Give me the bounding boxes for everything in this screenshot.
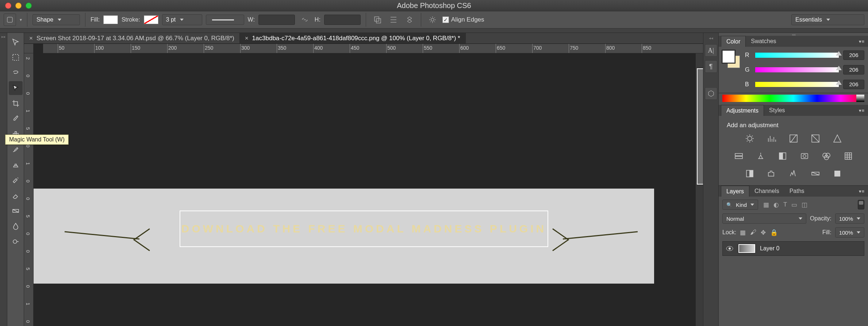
- vertical-ruler[interactable]: 2001501005005010: [24, 53, 34, 326]
- eyedropper-tool[interactable]: [9, 112, 23, 126]
- marquee-tool[interactable]: [9, 50, 23, 64]
- r-slider[interactable]: [755, 53, 839, 58]
- r-value[interactable]: 206: [843, 50, 864, 60]
- horizontal-ruler[interactable]: 5010015020025030035040045050055060065070…: [43, 44, 703, 53]
- canvas-viewport[interactable]: DOWNLOAD THE FREE MODAL MADNESS PLUGIN: [34, 53, 703, 326]
- path-arrange-button[interactable]: [403, 14, 416, 26]
- color-balance-icon[interactable]: [755, 151, 767, 161]
- ruler-origin[interactable]: [24, 44, 34, 53]
- tab-layers[interactable]: Layers: [721, 186, 749, 197]
- blur-tool[interactable]: [9, 219, 23, 233]
- threshold-icon[interactable]: [788, 168, 799, 179]
- filter-toggle[interactable]: [858, 200, 864, 209]
- fill-swatch[interactable]: [103, 15, 118, 24]
- 3d-panel-icon[interactable]: [705, 87, 717, 100]
- b-slider[interactable]: [755, 82, 839, 87]
- filter-adjust-icon[interactable]: ◐: [773, 201, 779, 209]
- crop-tool[interactable]: [9, 96, 23, 110]
- path-align-button[interactable]: [387, 14, 400, 26]
- document-tab[interactable]: × 1ac3bdba-c72e-4a59-a861-418daf809ccc.p…: [240, 33, 466, 43]
- dodge-tool[interactable]: [9, 235, 23, 249]
- tab-swatches[interactable]: Swatches: [746, 36, 781, 47]
- layer-name[interactable]: Layer 0: [760, 245, 779, 252]
- stroke-width-field[interactable]: 3 pt: [162, 14, 202, 25]
- invert-icon[interactable]: [744, 168, 756, 179]
- opacity-field[interactable]: 100%: [835, 213, 864, 224]
- lock-all-icon[interactable]: 🔒: [770, 229, 778, 236]
- history-brush-tool[interactable]: [9, 173, 23, 187]
- tab-color[interactable]: Color: [721, 36, 746, 47]
- color-spectrum[interactable]: [722, 95, 864, 102]
- character-panel-icon[interactable]: A|: [705, 44, 717, 57]
- collapse-grip-icon[interactable]: ◂◂: [719, 33, 868, 36]
- link-dimensions-icon[interactable]: [299, 14, 311, 26]
- scrollbar-thumb[interactable]: [696, 68, 703, 185]
- shape-options-gear-icon[interactable]: [426, 14, 439, 26]
- panel-menu-icon[interactable]: ▾≡: [855, 39, 868, 44]
- width-field[interactable]: [258, 15, 295, 25]
- filter-type-icon[interactable]: T: [783, 201, 787, 209]
- lock-position-icon[interactable]: ✥: [761, 229, 766, 236]
- lock-transparency-icon[interactable]: ▦: [740, 229, 746, 236]
- document-tab[interactable]: × Screen Shot 2018-09-17 at 3.34.06 AM.p…: [24, 33, 240, 43]
- tab-adjustments[interactable]: Adjustments: [721, 105, 764, 116]
- black-white-icon[interactable]: [777, 151, 788, 161]
- panel-menu-icon[interactable]: ▾≡: [855, 189, 868, 194]
- filter-smart-icon[interactable]: ◫: [802, 201, 807, 209]
- vertical-scrollbar[interactable]: [696, 53, 703, 326]
- color-lookup-icon[interactable]: [842, 151, 854, 161]
- eraser-tool[interactable]: [9, 189, 23, 202]
- stroke-style-dropdown[interactable]: [206, 15, 244, 25]
- move-tool[interactable]: [9, 35, 23, 49]
- collapse-grip-icon[interactable]: ▸▸: [1, 34, 6, 39]
- tab-channels[interactable]: Channels: [749, 186, 784, 197]
- close-icon[interactable]: ×: [245, 35, 249, 42]
- window-zoom-button[interactable]: [26, 3, 32, 9]
- fill-field[interactable]: 100%: [835, 227, 864, 238]
- foreground-background-swatch[interactable]: [722, 50, 740, 68]
- posterize-icon[interactable]: [766, 168, 777, 179]
- window-close-button[interactable]: [5, 3, 11, 9]
- magic-wand-tool[interactable]: [9, 81, 23, 95]
- tool-preset-picker[interactable]: [4, 14, 16, 26]
- layer-row[interactable]: Layer 0: [722, 241, 864, 256]
- channel-mixer-icon[interactable]: [821, 151, 832, 161]
- curves-icon[interactable]: [788, 133, 799, 144]
- clone-stamp-tool[interactable]: [9, 158, 23, 172]
- vibrance-icon[interactable]: [831, 133, 843, 144]
- workspace-switcher[interactable]: Essentials: [791, 14, 864, 25]
- align-edges-checkbox[interactable]: Align Edges: [442, 16, 484, 23]
- tab-styles[interactable]: Styles: [764, 105, 790, 116]
- layer-filter-kind[interactable]: 🔍 Kind: [722, 200, 758, 210]
- layer-thumbnail[interactable]: [738, 244, 756, 253]
- filter-shape-icon[interactable]: ▭: [791, 201, 797, 209]
- canvas[interactable]: DOWNLOAD THE FREE MODAL MADNESS PLUGIN: [34, 189, 654, 284]
- lock-pixels-icon[interactable]: 🖌: [750, 229, 756, 236]
- foreground-color-swatch[interactable]: [722, 50, 735, 63]
- path-operations-button[interactable]: [371, 14, 384, 26]
- hue-saturation-icon[interactable]: [733, 151, 745, 161]
- gradient-map-icon[interactable]: [810, 168, 821, 179]
- lasso-tool[interactable]: [9, 66, 23, 80]
- paragraph-panel-icon[interactable]: ¶: [705, 60, 717, 73]
- selective-color-icon[interactable]: [831, 168, 843, 179]
- b-value[interactable]: 206: [843, 80, 864, 89]
- stroke-swatch[interactable]: [144, 15, 158, 24]
- window-minimize-button[interactable]: [15, 3, 22, 9]
- panel-menu-icon[interactable]: ▾≡: [855, 108, 868, 113]
- height-field[interactable]: [324, 15, 361, 25]
- brightness-contrast-icon[interactable]: [744, 133, 756, 144]
- g-value[interactable]: 206: [843, 65, 864, 75]
- exposure-icon[interactable]: [810, 133, 821, 144]
- close-icon[interactable]: ×: [29, 35, 33, 42]
- gradient-tool[interactable]: [9, 204, 23, 218]
- photo-filter-icon[interactable]: [799, 151, 810, 161]
- shape-mode-dropdown[interactable]: Shape: [32, 14, 80, 25]
- g-slider[interactable]: [755, 67, 839, 72]
- visibility-eye-icon[interactable]: [726, 244, 734, 253]
- tab-paths[interactable]: Paths: [784, 186, 810, 197]
- filter-pixel-icon[interactable]: ▦: [763, 201, 769, 209]
- blend-mode-dropdown[interactable]: Normal: [722, 213, 806, 224]
- collapse-grip-icon[interactable]: ◂◂: [709, 36, 713, 41]
- levels-icon[interactable]: [766, 133, 777, 144]
